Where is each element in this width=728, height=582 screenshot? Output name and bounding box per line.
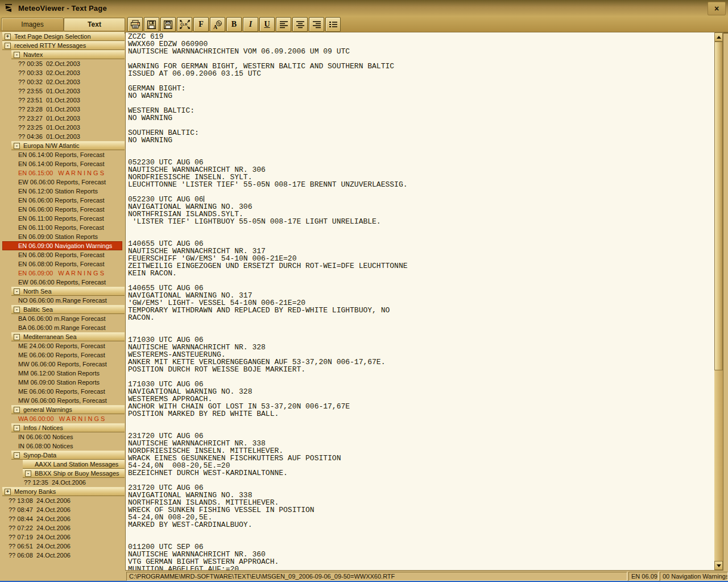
tree-item[interactable]: EN 06.15:00 W A R N I N G S [0,168,125,178]
collapse-icon[interactable]: - [5,43,11,49]
tree-section-aaxx-land-station-messages[interactable]: AAXX Land Station Messages [23,460,125,469]
align-center-button[interactable] [292,17,308,32]
tree-item[interactable]: EN 06.14:00 Reports, Forecast [0,150,125,159]
tree-section-received-rtty-messages[interactable]: -received RTTY Messages [2,41,125,50]
align-left-button[interactable] [276,17,291,32]
toolbar: ASCLRFABIU [127,16,341,31]
tree-section-balitic-sea[interactable]: -Balitic Sea [11,305,125,314]
font-button[interactable]: F [193,17,209,32]
tree-item[interactable]: ?? 23:27 01.Oct.2003 [0,114,125,123]
tree-section-text-page-design-selection[interactable]: +Text Page Design Selection [2,32,125,41]
tree-section-north-sea[interactable]: -North Sea [11,287,125,296]
tab-images[interactable]: Images [1,18,64,31]
tree-section-navtex[interactable]: -Navtex [11,50,125,59]
tree-section-europa-n-w-atlantic[interactable]: -Europa N/W Atlantic [11,141,125,150]
tree-item[interactable]: EN 06.06:00 Reports, Forecast [0,205,125,214]
tree-section-synop-data[interactable]: -Synop-Data [11,451,125,460]
tree-item[interactable]: ?? 08:44 24.Oct.2006 [0,514,125,523]
bullet-list-button[interactable] [325,17,341,32]
tree-item[interactable]: ?? 08:47 24.Oct.2006 [0,505,125,514]
expand-icon[interactable]: + [5,489,11,495]
bold-button[interactable]: B [226,17,242,32]
tree-item[interactable]: ?? 00:32 02.Oct.2003 [0,77,125,86]
tree-item[interactable]: ?? 12:35 24.Oct.2006 [0,478,125,487]
tree-item[interactable]: ME 06.06:00 Reports, Forecast [0,350,125,360]
tree-item[interactable]: MM 06.12:00 Station Reports [0,369,125,378]
scrollbar-thumb[interactable] [714,42,723,370]
save-button[interactable] [144,17,159,32]
align-right-button[interactable] [309,17,324,32]
collapse-icon[interactable]: - [14,334,20,340]
tree-item[interactable]: MW 06.06:00 Reports, Forecast [0,360,125,369]
collapse-icon[interactable]: - [14,143,20,149]
tree-item[interactable]: ?? 06:51 24.Oct.2006 [0,542,125,551]
tree-item[interactable]: MW 06.06:00 Reports, Forecast [0,396,125,405]
editor-line [128,188,714,196]
tree-item[interactable]: ?? 13:08 24.Oct.2006 [0,496,125,505]
scrollbar-track[interactable] [714,370,723,561]
tree-item[interactable]: ME 24.06:00 Reports, Forecast [0,341,125,350]
tree-item-selected[interactable]: EN 06.09:00 Navigation Warnings [2,241,122,250]
tree-item[interactable]: ?? 07:19 24.Oct.2006 [0,533,125,542]
tree-item[interactable]: EW 06.06:00 Reports, Forecast [0,178,125,187]
collapse-icon[interactable]: - [14,425,20,431]
tree-item[interactable]: EN 06.11:00 Reports, Forecast [0,223,125,232]
tree-item[interactable]: ?? 07:22 24.Oct.2006 [0,523,125,533]
scroll-down-button[interactable] [714,561,723,570]
collapse-icon[interactable]: - [25,470,31,477]
tree-item[interactable]: EN 06.08:00 Reports, Forecast [0,259,125,269]
tree-item[interactable]: EN 06.14:00 Reports, Forecast [0,159,125,168]
tree-item[interactable]: IN 06.06:00 Notices [0,432,125,441]
tree-item[interactable]: EW 06.06:00 Reports, Forecast [0,278,125,287]
text-editor[interactable]: ZCZC 619WWXX60 EDZW 060900NAUTISCHE WARN… [125,32,723,571]
collapse-icon[interactable]: - [14,288,20,295]
tree-section-bbxx-ship-or-buoy-messages[interactable]: -BBXX Ship or Buoy Messages [23,469,125,478]
tree-item[interactable]: EN 06.11:00 Reports, Forecast [0,214,125,223]
tree-item[interactable]: EN 06.09:00 Station Reports [0,232,125,241]
tree-item[interactable]: IN 06.08:00 Notices [0,441,125,451]
tree-section-infos-notices[interactable]: -Infos / Notices [11,423,125,432]
print-button[interactable] [127,17,143,32]
tree-item[interactable]: ?? 23:51 01.Oct.2003 [0,96,125,105]
tree-item[interactable]: ?? 23:28 01.Oct.2003 [0,105,125,114]
window-title: MeteoViewer - Text Page [18,4,107,13]
collapse-icon[interactable]: - [14,52,20,58]
tree-item[interactable]: BA 06.06:00 m.Range Forecast [0,323,125,332]
editor-line: GERMAN BIGHT: [128,85,714,92]
tab-text[interactable]: Text [64,18,125,31]
save-as-button[interactable]: AS [160,17,176,32]
tree-section-general-warnings[interactable]: -general Warnings [11,405,125,414]
tree-item[interactable]: ?? 06:08 24.Oct.2006 [0,551,125,560]
tree-item[interactable]: ME 06.06:00 Reports, Forecast [0,387,125,396]
tree-section-memory-banks[interactable]: +Memory Banks [2,487,125,496]
underline-button[interactable]: U [259,17,275,32]
tree-item[interactable]: BA 06.06:00 m.Range Forecast [0,314,125,323]
scroll-up-button[interactable] [714,32,723,42]
tree-item[interactable]: ?? 00:35 02.Oct.2003 [0,59,125,68]
tree-item[interactable]: ?? 04:36 01.Oct.2003 [0,132,125,141]
tree-item[interactable]: EN 06.08:00 Reports, Forecast [0,250,125,259]
section-label: Infos / Notices [23,423,63,432]
clear-button[interactable]: CLR [177,17,192,32]
italic-button[interactable]: I [243,17,258,32]
vertical-scrollbar[interactable] [714,32,723,570]
tree-item[interactable]: EN 06.12:00 Station Reports [0,187,125,196]
tree-item[interactable]: NO 06.06:00 m.Range Forecast [0,296,125,305]
editor-content[interactable]: ZCZC 619WWXX60 EDZW 060900NAUTISCHE WARN… [126,32,714,570]
tree-item[interactable]: EN 06.09:00 W A R N I N G S [0,269,125,278]
tree-item[interactable]: ?? 00:33 02.Oct.2003 [0,68,125,77]
collapse-icon[interactable]: - [14,407,20,413]
collapse-icon[interactable]: - [14,307,20,313]
title-bar[interactable]: MeteoViewer - Text Page × [0,0,728,16]
expand-icon[interactable]: + [5,34,11,40]
collapse-icon[interactable]: - [14,452,20,459]
tree-item[interactable]: ?? 23:55 01.Oct.2003 [0,86,125,96]
tree-item[interactable]: WA 06.00:00 W A R N I N G S [0,414,125,423]
tree-section-mediterranean-sea[interactable]: -Mediterranean Sea [11,332,125,341]
close-button[interactable]: × [708,2,726,15]
font-color-button[interactable]: A [210,17,225,32]
tree-item[interactable]: EN 06.06:00 Reports, Forecast [0,196,125,205]
align-center-icon [296,20,305,28]
tree-item[interactable]: ?? 23:25 01.Oct.2003 [0,123,125,132]
tree-item[interactable]: MM 06.09:00 Station Reports [0,378,125,387]
